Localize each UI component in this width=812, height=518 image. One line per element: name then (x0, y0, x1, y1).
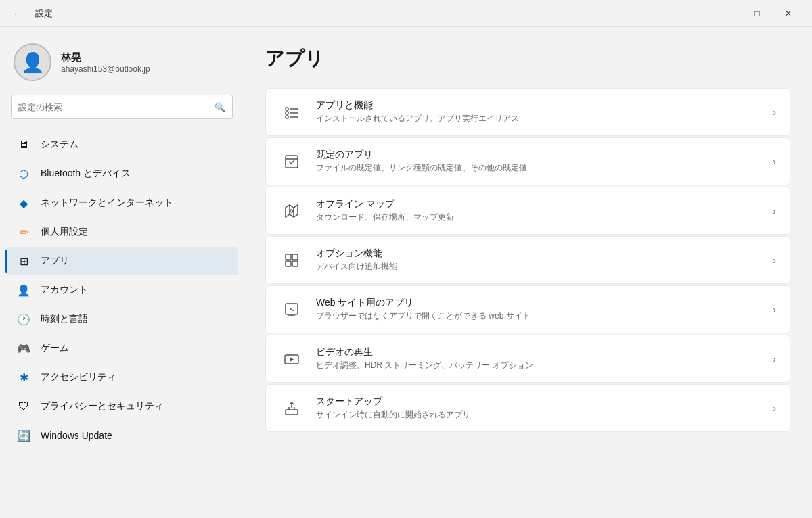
svg-rect-12 (292, 254, 298, 260)
default-apps-text: 既定のアプリ ファイルの既定値、リンク種類の既定値、その他の既定値 (316, 149, 761, 174)
sidebar-item-system[interactable]: 🖥 システム (5, 131, 238, 159)
svg-point-10 (290, 210, 293, 212)
sidebar-item-label: ゲーム (41, 342, 69, 354)
startup-desc: サインイン時に自動的に開始されるアプリ (316, 409, 761, 421)
offline-maps-desc: ダウンロード、保存場所、マップ更新 (316, 212, 761, 223)
settings-item-optional-features[interactable]: オプション機能 デバイス向け追加機能 › (265, 236, 790, 284)
apps-features-desc: インストールされているアプリ、アプリ実行エイリアス (316, 113, 761, 124)
search-input[interactable] (18, 102, 209, 112)
sidebar-item-label: ネットワークとインターネット (41, 197, 173, 209)
sidebar-item-accessibility[interactable]: ✱ アクセシビリティ (5, 363, 238, 392)
maximize-button[interactable]: □ (742, 3, 773, 24)
web-apps-icon (279, 298, 304, 322)
sidebar-item-label: プライバシーとセキュリティ (41, 400, 164, 413)
chevron-right-icon: › (773, 304, 776, 315)
network-icon: ◆ (16, 195, 31, 210)
default-apps-desc: ファイルの既定値、リンク種類の既定値、その他の既定値 (316, 162, 761, 174)
sidebar-item-label: 個人用設定 (41, 226, 88, 238)
search-icon: 🔍 (215, 102, 225, 112)
svg-rect-11 (286, 254, 291, 260)
avatar: 👤 (14, 43, 51, 81)
sidebar-item-label: Windows Update (41, 430, 112, 441)
settings-item-startup[interactable]: スタートアップ サインイン時に自動的に開始されるアプリ › (265, 384, 790, 432)
search-box[interactable]: 🔍 (11, 95, 233, 119)
offline-maps-text: オフライン マップ ダウンロード、保存場所、マップ更新 (316, 198, 761, 223)
web-apps-text: Web サイト用のアプリ ブラウザーではなくアプリで開くことができる web サ… (316, 297, 761, 322)
svg-rect-2 (286, 116, 288, 118)
optional-features-title: オプション機能 (316, 248, 761, 260)
titlebar-title: 設定 (35, 7, 53, 20)
offline-maps-icon (279, 199, 304, 223)
settings-item-video-playback[interactable]: ビデオの再生 ビデオ調整、HDR ストリーミング、バッテリー オプション › (265, 335, 790, 383)
apps-icon: ⊞ (16, 254, 31, 268)
settings-item-web-apps[interactable]: Web サイト用のアプリ ブラウザーではなくアプリで開くことができる web サ… (265, 285, 790, 333)
chevron-right-icon: › (773, 107, 776, 118)
sidebar-item-network[interactable]: ◆ ネットワークとインターネット (5, 189, 238, 217)
web-apps-desc: ブラウザーではなくアプリで開くことができる web サイト (316, 310, 761, 322)
settings-item-apps-features[interactable]: アプリと機能 インストールされているアプリ、アプリ実行エイリアス › (265, 88, 790, 136)
apps-features-title: アプリと機能 (316, 99, 761, 112)
default-apps-icon (279, 149, 304, 174)
svg-rect-18 (286, 410, 298, 415)
sidebar-item-windows-update[interactable]: 🔄 Windows Update (5, 421, 238, 450)
svg-rect-14 (292, 261, 298, 266)
user-name: 林晃 (61, 51, 150, 64)
sidebar-item-apps[interactable]: ⊞ アプリ (5, 247, 238, 275)
search-section: 🔍 (0, 95, 244, 130)
svg-rect-0 (286, 108, 288, 110)
offline-maps-title: オフライン マップ (316, 198, 761, 210)
video-playback-text: ビデオの再生 ビデオ調整、HDR ストリーミング、バッテリー オプション (316, 346, 761, 371)
svg-rect-13 (286, 261, 291, 266)
sidebar: 👤 林晃 ahayashi153@outlook.jp 🔍 🖥 システム ⬡ (0, 27, 244, 518)
web-apps-title: Web サイト用のアプリ (316, 297, 761, 309)
chevron-right-icon: › (773, 255, 776, 266)
sidebar-nav: 🖥 システム ⬡ Bluetooth とデバイス ◆ ネットワークとインターネッ… (0, 130, 244, 518)
chevron-right-icon: › (773, 354, 776, 364)
page-title: アプリ (265, 46, 790, 72)
settings-item-offline-maps[interactable]: オフライン マップ ダウンロード、保存場所、マップ更新 › (265, 187, 790, 235)
time-icon: 🕐 (16, 312, 31, 327)
video-playback-desc: ビデオ調整、HDR ストリーミング、バッテリー オプション (316, 360, 761, 371)
minimize-button[interactable]: — (710, 3, 742, 24)
content-area: アプリ アプリと機能 インストールされているアプリ、アプリ実行エイ (244, 27, 812, 518)
close-button[interactable]: ✕ (773, 3, 804, 24)
settings-item-default-apps[interactable]: 既定のアプリ ファイルの既定値、リンク種類の既定値、その他の既定値 › (265, 137, 790, 185)
sidebar-item-accounts[interactable]: 👤 アカウント (5, 276, 238, 304)
windows-update-icon: 🔄 (16, 428, 31, 443)
user-section[interactable]: 👤 林晃 ahayashi153@outlook.jp (0, 27, 244, 95)
chevron-right-icon: › (773, 156, 776, 167)
system-icon: 🖥 (16, 137, 31, 152)
sidebar-item-time[interactable]: 🕐 時刻と言語 (5, 305, 238, 333)
titlebar: ← 設定 — □ ✕ (0, 0, 812, 27)
apps-features-icon (279, 100, 304, 124)
svg-rect-1 (286, 112, 288, 114)
privacy-icon: 🛡 (16, 399, 31, 414)
chevron-right-icon: › (773, 206, 776, 216)
startup-icon (279, 396, 304, 421)
sidebar-item-privacy[interactable]: 🛡 プライバシーとセキュリティ (5, 392, 238, 421)
video-playback-icon (279, 347, 304, 371)
back-button[interactable]: ← (8, 4, 27, 23)
optional-features-desc: デバイス向け追加機能 (316, 261, 761, 273)
accessibility-icon: ✱ (16, 370, 31, 385)
sidebar-item-label: アクセシビリティ (41, 371, 116, 383)
sidebar-item-gaming[interactable]: 🎮 ゲーム (5, 334, 238, 362)
titlebar-controls: — □ ✕ (710, 3, 804, 24)
svg-rect-6 (286, 156, 298, 168)
startup-text: スタートアップ サインイン時に自動的に開始されるアプリ (316, 396, 761, 421)
default-apps-title: 既定のアプリ (316, 149, 761, 161)
main-layout: 👤 林晃 ahayashi153@outlook.jp 🔍 🖥 システム ⬡ (0, 27, 812, 518)
sidebar-item-label: アプリ (41, 255, 69, 267)
sidebar-item-label: システム (41, 139, 78, 151)
sidebar-item-label: アカウント (41, 284, 88, 296)
personalization-icon: ✏ (16, 225, 31, 239)
sidebar-item-personalization[interactable]: ✏ 個人用設定 (5, 218, 238, 246)
user-info: 林晃 ahayashi153@outlook.jp (61, 51, 150, 74)
sidebar-item-label: Bluetooth とデバイス (41, 168, 131, 180)
sidebar-item-bluetooth[interactable]: ⬡ Bluetooth とデバイス (5, 160, 238, 188)
startup-title: スタートアップ (316, 396, 761, 408)
user-email: ahayashi153@outlook.jp (61, 64, 150, 74)
accounts-icon: 👤 (16, 283, 31, 298)
bluetooth-icon: ⬡ (16, 166, 31, 181)
user-icon: 👤 (21, 51, 45, 74)
